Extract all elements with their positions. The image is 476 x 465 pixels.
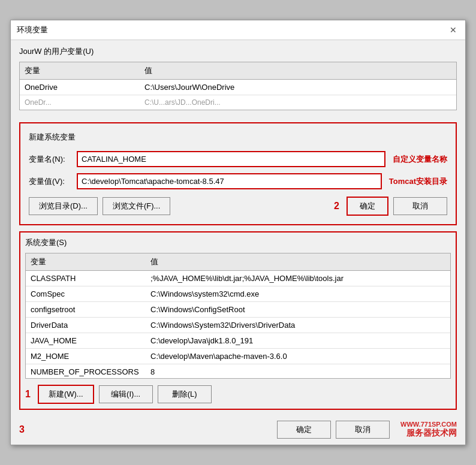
sys-delete-button[interactable]: 删除(L)	[158, 385, 212, 403]
browse-file-button[interactable]: 浏览文件(F)...	[103, 197, 170, 215]
var-val-label: 变量值(V):	[29, 176, 77, 187]
bottom-confirm-button[interactable]: 确定	[277, 421, 331, 439]
new-var-confirm-button[interactable]: 确定	[347, 197, 388, 216]
table-row[interactable]: JAVA_HOME C:\develop\Java\jdk1.8.0_191	[26, 333, 450, 349]
sys-button-row: 1 新建(W)... 编辑(I)... 删除(L)	[25, 385, 451, 404]
table-row[interactable]: OneDrive C:\Users\JourW\OneDrive	[20, 80, 456, 95]
var-name-row: 变量名(N): 自定义变量名称	[29, 151, 447, 167]
table-row[interactable]: M2_HOME C:\develop\Maven\apache-maven-3.…	[26, 349, 450, 364]
dialog-title: 环境变量	[17, 25, 48, 35]
user-table-header: 变量 值	[20, 62, 456, 80]
sys-var-title: 系统变量(S)	[25, 237, 451, 248]
close-button[interactable]: ✕	[447, 24, 459, 36]
sys-var-section: 系统变量(S) 变量 值 CLASSPATH ;%JAVA_HOME%\lib\…	[19, 231, 457, 410]
user-var-table: 变量 值 OneDrive C:\Users\JourW\OneDrive On…	[19, 62, 457, 110]
table-row[interactable]: ComSpec C:\Windows\system32\cmd.exe	[26, 286, 450, 302]
var-val-input[interactable]	[77, 173, 382, 189]
sys-row6-val: 8	[146, 366, 450, 378]
step-number-3: 3	[19, 424, 25, 435]
user-var-section: JourW 的用户变量(U) 变量 值 OneDrive C:\Users\Jo…	[11, 40, 465, 116]
user-row2-val: C:\U...ars\JD...OneDri...	[140, 97, 456, 108]
watermark-line1: WWW.771SP.COM	[400, 421, 457, 428]
sys-new-button[interactable]: 新建(W)...	[38, 385, 94, 404]
table-row[interactable]: DriverData C:\Windows\System32\Drivers\D…	[26, 318, 450, 333]
sys-row0-val: ;%JAVA_HOME%\lib\dt.jar;%JAVA_HOME%\lib\…	[146, 273, 450, 284]
var-name-label: 变量名(N):	[29, 154, 77, 165]
var-val-row: 变量值(V): Tomcat安装目录	[29, 173, 447, 189]
sys-col-header-var: 变量	[26, 255, 146, 268]
var-name-input[interactable]	[77, 151, 385, 167]
bottom-area: 3 确定 取消 WWW.771SP.COM 服务器技术网	[11, 416, 465, 445]
sys-row5-val: C:\develop\Maven\apache-maven-3.6.0	[146, 351, 450, 362]
new-var-title: 新建系统变量	[29, 132, 447, 143]
user-row2-var: OneDr...	[20, 97, 140, 108]
sys-row4-val: C:\develop\Java\jdk1.8.0_191	[146, 335, 450, 346]
step-number-1: 1	[25, 389, 31, 400]
sys-row2-val: C:\Windows\ConfigSetRoot	[146, 304, 450, 315]
browse-dir-button[interactable]: 浏览目录(D)...	[29, 197, 98, 215]
table-row[interactable]: NUMBER_OF_PROCESSORS 8	[26, 364, 450, 379]
new-var-cancel-button[interactable]: 取消	[393, 197, 447, 215]
sys-row5-var: M2_HOME	[26, 351, 146, 362]
new-var-dialog: 新建系统变量 变量名(N): 自定义变量名称 变量值(V): Tomcat安装目…	[19, 122, 457, 225]
user-row1-var: OneDrive	[20, 81, 140, 93]
annotation-val: Tomcat安装目录	[389, 176, 447, 187]
user-section-title: JourW 的用户变量(U)	[19, 46, 457, 57]
user-col-header-val: 值	[140, 64, 456, 77]
sys-row3-val: C:\Windows\System32\Drivers\DriverData	[146, 319, 450, 331]
user-col-header-var: 变量	[20, 64, 140, 77]
sys-var-table-container: 变量 值 CLASSPATH ;%JAVA_HOME%\lib\dt.jar;%…	[25, 253, 451, 379]
sys-var-table-scroll[interactable]: 变量 值 CLASSPATH ;%JAVA_HOME%\lib\dt.jar;%…	[26, 253, 450, 379]
user-row1-val: C:\Users\JourW\OneDrive	[140, 81, 456, 93]
bottom-cancel-button[interactable]: 取消	[336, 421, 390, 439]
sys-row1-val: C:\Windows\system32\cmd.exe	[146, 288, 450, 300]
new-var-button-row: 浏览目录(D)... 浏览文件(F)... 2 确定 取消	[29, 197, 447, 216]
sys-row6-var: NUMBER_OF_PROCESSORS	[26, 366, 146, 378]
sys-row4-var: JAVA_HOME	[26, 335, 146, 346]
sys-col-header-val: 值	[146, 255, 450, 268]
annotation-name: 自定义变量名称	[393, 154, 447, 165]
sys-edit-button[interactable]: 编辑(I)...	[99, 385, 153, 403]
step-number-2: 2	[334, 201, 339, 212]
main-dialog: 环境变量 ✕ JourW 的用户变量(U) 变量 值 OneDrive C:\U…	[10, 20, 466, 445]
sys-row1-var: ComSpec	[26, 288, 146, 300]
sys-table-header: 变量 值	[26, 253, 450, 271]
table-row[interactable]: OneDr... C:\U...ars\JD...OneDri...	[20, 95, 456, 110]
table-row[interactable]: CLASSPATH ;%JAVA_HOME%\lib\dt.jar;%JAVA_…	[26, 271, 450, 286]
watermark-line2: 服务器技术网	[400, 428, 457, 439]
table-row[interactable]: configsetroot C:\Windows\ConfigSetRoot	[26, 302, 450, 318]
sys-row2-var: configsetroot	[26, 304, 146, 315]
watermark: WWW.771SP.COM 服务器技术网	[400, 421, 457, 439]
sys-row3-var: DriverData	[26, 319, 146, 331]
sys-row0-var: CLASSPATH	[26, 273, 146, 284]
title-bar: 环境变量 ✕	[11, 20, 465, 40]
